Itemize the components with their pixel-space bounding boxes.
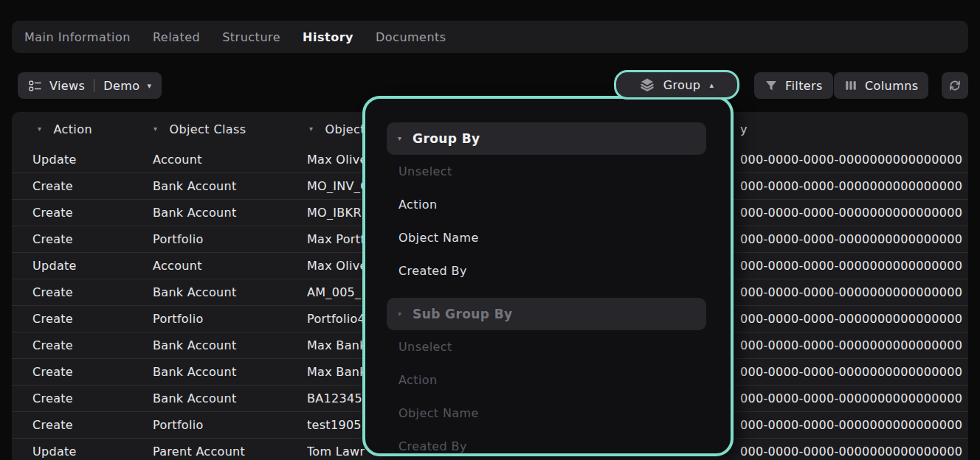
filter-funnel-icon (765, 79, 778, 92)
chevron-down-icon: ▾ (398, 135, 401, 142)
cell-object-class: Account (153, 153, 307, 167)
cell-object-class: Bank Account (153, 365, 307, 379)
cell-id: 000-0000-0000-0000000000000000 (740, 359, 968, 385)
panel-section-header-sub-group-by[interactable]: ▾Sub Group By (387, 298, 706, 330)
group-label: Group (663, 78, 701, 92)
cell-action: Create (32, 206, 153, 220)
group-option-created-by: Created By (398, 430, 731, 456)
cell-id: 000-0000-0000-0000000000000000 (740, 386, 968, 411)
cell-id: 000-0000-0000-0000000000000000 (740, 253, 968, 279)
column-header-object-class[interactable]: ▾Object Class (153, 122, 309, 136)
group-option-object-name[interactable]: Object Name (398, 221, 731, 254)
cell-action: Create (32, 285, 153, 299)
tab-documents[interactable]: Documents (376, 30, 446, 44)
cell-action: Create (32, 365, 153, 379)
cell-id: 000-0000-0000-0000000000000000 (740, 226, 968, 252)
cell-object-class: Bank Account (153, 338, 307, 352)
panel-section-items: UnselectActionObject NameCreated By (365, 155, 731, 288)
cell-action: Create (32, 232, 153, 246)
cell-action: Update (32, 445, 153, 459)
group-option-unselect: Unselect (398, 155, 731, 188)
chevron-down-icon: ▾ (398, 310, 401, 318)
cell-object-class: Portfolio (153, 312, 307, 326)
cell-object-class: Account (153, 259, 307, 273)
tab-history[interactable]: History (303, 30, 353, 44)
column-header-label: Object Class (169, 122, 246, 136)
cell-action: Create (32, 179, 153, 193)
cell-action: Update (32, 153, 153, 167)
chevron-up-icon: ▴ (709, 81, 714, 89)
tab-main-information[interactable]: Main Information (24, 30, 131, 44)
filters-button[interactable]: Filters (754, 72, 833, 99)
tab-bar: Main InformationRelatedStructureHistoryD… (12, 21, 968, 53)
views-label: Views (49, 79, 85, 93)
cell-id: 000-0000-0000-0000000000000000 (740, 306, 968, 332)
cell-action: Create (32, 391, 153, 405)
cell-id: 000-0000-0000-0000000000000000 (740, 200, 968, 226)
cell-object-class: Portfolio (153, 232, 307, 246)
column-header-label: Action (53, 122, 92, 136)
panel-section-title: Group By (413, 131, 480, 146)
cell-id: 000-0000-0000-0000000000000000 (740, 439, 968, 460)
filters-label: Filters (785, 79, 823, 93)
columns-label: Columns (865, 79, 918, 93)
group-option-action[interactable]: Action (398, 188, 731, 221)
cell-action: Update (32, 259, 153, 273)
panel-section-header-group-by[interactable]: ▾Group By (387, 122, 706, 155)
page: Main InformationRelatedStructureHistoryD… (0, 0, 980, 460)
cell-id: 000-0000-0000-0000000000000000 (740, 146, 968, 172)
layers-icon (640, 77, 655, 92)
cell-object-class: Bank Account (153, 206, 307, 220)
cell-action: Create (32, 338, 153, 352)
hidden-column-header-fragment: y (740, 112, 747, 146)
cell-action: Create (32, 418, 153, 432)
panel-section-title: Sub Group By (413, 307, 512, 321)
chevron-down-icon[interactable]: ▾ (309, 125, 313, 133)
refresh-button[interactable] (942, 72, 968, 99)
cell-object-class: Parent Account (153, 445, 307, 459)
tab-structure[interactable]: Structure (222, 30, 280, 44)
cell-object-class: Portfolio (153, 418, 307, 432)
cell-object-class: Bank Account (153, 179, 307, 193)
group-button[interactable]: Group ▴ (614, 70, 739, 100)
cell-id: 000-0000-0000-0000000000000000 (740, 412, 968, 438)
group-option-unselect: Unselect (398, 330, 731, 363)
cell-action: Create (32, 312, 153, 326)
group-option-created-by[interactable]: Created By (398, 254, 731, 288)
group-option-object-name: Object Name (398, 397, 731, 430)
columns-icon (844, 79, 858, 92)
chevron-down-icon[interactable]: ▾ (153, 125, 157, 133)
views-selected-value: Demo (103, 79, 139, 93)
panel-section-items: UnselectActionObject NameCreated By (365, 330, 731, 456)
tab-related[interactable]: Related (153, 30, 200, 44)
cell-id: 000-0000-0000-0000000000000000 (740, 173, 968, 199)
cell-object-class: Bank Account (153, 391, 307, 405)
cell-id: 000-0000-0000-0000000000000000 (740, 332, 968, 358)
separator (94, 79, 94, 92)
views-list-icon (28, 79, 42, 93)
chevron-down-icon: ▾ (147, 82, 151, 90)
group-option-action: Action (398, 363, 731, 397)
cell-id: 000-0000-0000-0000000000000000 (740, 279, 968, 305)
chevron-down-icon[interactable]: ▾ (38, 125, 41, 133)
columns-button[interactable]: Columns (834, 72, 928, 99)
cell-object-class: Bank Account (153, 285, 307, 299)
group-by-panel: ▾Group ByUnselectActionObject NameCreate… (362, 96, 734, 456)
views-button[interactable]: Views Demo ▾ (18, 72, 162, 99)
column-header-action[interactable]: ▾Action (38, 122, 153, 136)
refresh-icon (948, 78, 962, 93)
